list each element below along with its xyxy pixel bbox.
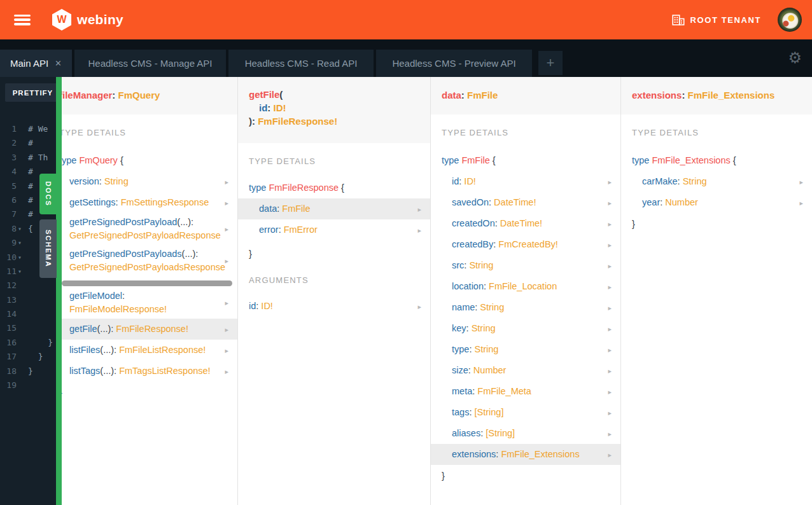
field-type: FmSettingsResponse [121, 197, 209, 207]
type-declaration: type FmFile_Extensions { [621, 155, 812, 166]
hamburger-menu-icon[interactable] [14, 15, 31, 25]
open-brace: { [731, 155, 736, 165]
field-row-error[interactable]: error: FmError▸ [238, 219, 430, 240]
tab-main-api[interactable]: Main API ✕ [0, 50, 72, 77]
fold-icon[interactable]: ▾ [18, 265, 22, 279]
field-sep: : [489, 197, 494, 207]
chevron-right-icon: ▸ [799, 178, 803, 185]
field-row-listtags[interactable]: listTags(...): FmTagsListResponse!▸ [62, 361, 237, 382]
field-row-name[interactable]: name: String▸ [431, 297, 620, 318]
field-row-getsettings[interactable]: getSettings: FmSettingsResponse▸ [62, 192, 237, 213]
field-sep: : [468, 365, 473, 375]
fold-icon[interactable]: ▾ [18, 251, 22, 265]
field-row-size[interactable]: size: Number▸ [431, 360, 620, 381]
chevron-right-icon: ▸ [608, 409, 612, 416]
schema-side-tab-label: SCHEMA [45, 230, 52, 268]
field-row-getfile-selected[interactable]: getFile(...): FmFileResponse!▸ [62, 319, 237, 340]
field-name: location [452, 281, 484, 291]
app-header: W webiny ROOT TENANT [0, 0, 812, 39]
field-row-meta[interactable]: meta: FmFile_Meta▸ [431, 381, 620, 402]
field-name: type [452, 344, 469, 354]
field-row-tags[interactable]: tags: [String]▸ [431, 402, 620, 423]
field-name: src [452, 260, 464, 270]
field-row-carmake[interactable]: carMake: String▸ [621, 171, 812, 192]
field-type: ID! [464, 176, 476, 186]
line-number: 17 [0, 350, 17, 364]
field-row-id[interactable]: id: ID!▸ [431, 171, 620, 192]
code-text: } [28, 336, 53, 350]
code-text: # [28, 193, 33, 207]
field-row-src[interactable]: src: String▸ [431, 255, 620, 276]
field-row-year[interactable]: year: Number▸ [621, 192, 812, 213]
horizontal-scrollbar-thumb[interactable] [62, 280, 232, 286]
prettify-button[interactable]: PRETTIFY [5, 83, 60, 102]
tab-headless-cms-preview-api[interactable]: Headless CMS - Preview API [376, 50, 532, 77]
fold-icon[interactable]: ▾ [18, 222, 22, 236]
column-header: getFile( id: ID! ): FmFileResponse! [238, 77, 430, 143]
column-header: extensions: FmFile_Extensions [621, 77, 812, 114]
line-number: 2 [0, 136, 17, 150]
field-type: FmFile_Location [489, 281, 557, 291]
field-row-getpresignedpostpayloads[interactable]: getPreSignedPostPayloads(...): GetPreSig… [62, 245, 237, 277]
field-type: FmTagsListResponse! [119, 366, 210, 376]
field-row-getpresignedpostpayload[interactable]: getPreSignedPostPayload(...): GetPreSign… [62, 213, 237, 245]
schema-side-tab[interactable]: SCHEMA [39, 219, 57, 278]
line-number: 11 [0, 265, 17, 279]
type-name: FmFile [461, 155, 489, 165]
type-keyword: type [632, 155, 652, 165]
fold-icon[interactable]: ▾ [18, 236, 22, 250]
docs-column-fmfile: data: FmFile TYPE DETAILS type FmFile { … [431, 77, 621, 505]
field-row-version[interactable]: version: String▸ [62, 171, 237, 192]
line-number: 1 [0, 122, 17, 136]
type-details-label: TYPE DETAILS [238, 156, 430, 167]
tenant-selector[interactable]: ROOT TENANT [672, 15, 761, 25]
type-declaration: type FmFile { [431, 155, 620, 166]
add-tab-button[interactable]: + [538, 51, 563, 75]
user-avatar[interactable] [778, 8, 802, 32]
header-field-type: FmQuery [118, 90, 160, 100]
field-type: String [472, 323, 496, 333]
field-sep: : [122, 291, 125, 301]
chevron-right-icon: ▸ [417, 205, 421, 212]
tab-label: Headless CMS - Read API [245, 58, 358, 69]
header-field-type: FmFile [467, 90, 498, 100]
chevron-right-icon: ▸ [608, 241, 612, 248]
field-row-location[interactable]: location: FmFile_Location▸ [431, 276, 620, 297]
argument-row-id[interactable]: id: ID!▸ [238, 296, 430, 317]
field-row-getfilemodel[interactable]: getFileModel: FmFileModelResponse!▸ [62, 287, 237, 319]
field-name: tags [452, 407, 469, 417]
field-row-savedon[interactable]: savedOn: DateTime!▸ [431, 192, 620, 213]
line-number: 8 [0, 222, 17, 236]
field-row-extensions-selected[interactable]: extensions: FmFile_Extensions▸ [431, 444, 620, 465]
chevron-right-icon: ▸ [417, 303, 421, 310]
field-row-type[interactable]: type: String▸ [431, 339, 620, 360]
webiny-hexagon-icon: W [52, 9, 71, 31]
plus-icon: + [547, 55, 555, 71]
field-row-data-selected[interactable]: data: FmFile▸ [238, 198, 430, 219]
header-field-name: getFile [249, 89, 279, 100]
tab-headless-cms-read-api[interactable]: Headless CMS - Read API [228, 50, 374, 77]
settings-gear-icon[interactable]: ⚙ [788, 50, 802, 66]
type-name: FmFileResponse [269, 183, 339, 193]
close-brace: } [238, 248, 430, 259]
chevron-right-icon: ▸ [608, 346, 612, 353]
field-sep: (...): [97, 324, 116, 334]
line-number: 19 [0, 378, 17, 392]
field-row-aliases[interactable]: aliases: [String]▸ [431, 423, 620, 444]
field-type: DateTime! [500, 218, 542, 228]
field-name: extensions [452, 449, 496, 459]
field-name: savedOn [452, 197, 489, 207]
chevron-right-icon: ▸ [608, 451, 612, 458]
field-row-key[interactable]: key: String▸ [431, 318, 620, 339]
header-return-type: FmFileResponse! [258, 116, 337, 127]
field-row-createdon[interactable]: createdOn: DateTime!▸ [431, 213, 620, 234]
close-tab-icon[interactable]: ✕ [55, 59, 62, 68]
docs-panel-green-edge [56, 77, 62, 505]
tab-headless-cms-manage-api[interactable]: Headless CMS - Manage API [74, 50, 226, 77]
docs-side-tab[interactable]: DOCS [39, 174, 57, 214]
field-sep: : [466, 323, 472, 333]
field-sep: (...): [182, 249, 199, 259]
field-row-createdby[interactable]: createdBy: FmCreatedBy!▸ [431, 234, 620, 255]
field-name: key [452, 323, 466, 333]
field-row-listfiles[interactable]: listFiles(...): FmFileListResponse!▸ [62, 340, 237, 361]
